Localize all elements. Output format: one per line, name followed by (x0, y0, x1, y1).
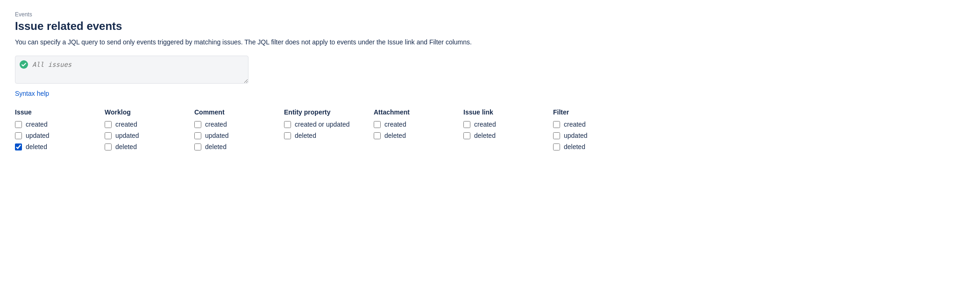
checkbox-label: deleted (474, 132, 496, 139)
event-column-issue-link: Issue linkcreateddeleted (463, 108, 538, 143)
checkbox-item: deleted (463, 132, 538, 139)
checkbox-item: created (463, 121, 538, 128)
checkbox-worklog-created[interactable] (105, 121, 112, 128)
checkbox-item: created (194, 121, 269, 128)
checkbox-item: deleted (105, 143, 179, 150)
checkbox-label: deleted (26, 143, 47, 150)
check-circle-icon (20, 60, 28, 69)
checkbox-issue-link-deleted[interactable] (463, 132, 470, 139)
checkbox-label: deleted (205, 143, 227, 150)
checkbox-label: deleted (115, 143, 137, 150)
checkbox-item: deleted (553, 143, 628, 150)
checkbox-issue-link-created[interactable] (463, 121, 470, 128)
checkbox-label: updated (26, 132, 50, 139)
checkbox-issue-created[interactable] (15, 121, 22, 128)
checkbox-label: deleted (384, 132, 406, 139)
event-column-worklog: Worklogcreatedupdateddeleted (105, 108, 179, 154)
checkbox-item: created or updated (284, 121, 359, 128)
checkbox-label: deleted (295, 132, 316, 139)
checkbox-label: created (474, 121, 496, 128)
column-header-issue-link: Issue link (463, 108, 538, 116)
page-title: Issue related events (15, 20, 965, 33)
checkbox-item: created (15, 121, 90, 128)
event-column-entity-property: Entity propertycreated or updateddeleted (284, 108, 359, 143)
checkbox-label: created (26, 121, 48, 128)
column-header-comment: Comment (194, 108, 269, 116)
checkbox-item: deleted (15, 143, 90, 150)
checkbox-comment-created[interactable] (194, 121, 201, 128)
event-column-comment: Commentcreatedupdateddeleted (194, 108, 269, 154)
column-header-issue: Issue (15, 108, 90, 116)
section-label: Events (15, 11, 965, 18)
checkbox-filter-created[interactable] (553, 121, 560, 128)
checkbox-item: created (105, 121, 179, 128)
checkbox-comment-deleted[interactable] (194, 143, 201, 150)
checkbox-item: deleted (194, 143, 269, 150)
checkbox-item: deleted (374, 132, 448, 139)
checkbox-item: deleted (284, 132, 359, 139)
column-header-attachment: Attachment (374, 108, 448, 116)
checkbox-attachment-deleted[interactable] (374, 132, 381, 139)
checkbox-label: deleted (564, 143, 585, 150)
checkbox-item: updated (105, 132, 179, 139)
syntax-help-link[interactable]: Syntax help (15, 90, 49, 97)
checkbox-issue-updated[interactable] (15, 132, 22, 139)
column-header-entity-property: Entity property (284, 108, 359, 116)
checkbox-item: updated (194, 132, 269, 139)
checkbox-label: updated (205, 132, 229, 139)
checkbox-label: created (384, 121, 406, 128)
checkbox-attachment-created[interactable] (374, 121, 381, 128)
description: You can specify a JQL query to send only… (15, 37, 965, 47)
checkbox-label: created (115, 121, 137, 128)
checkbox-item: updated (553, 132, 628, 139)
events-grid: IssuecreatedupdateddeletedWorklogcreated… (15, 108, 965, 154)
checkbox-filter-deleted[interactable] (553, 143, 560, 150)
checkbox-issue-deleted[interactable] (15, 143, 22, 150)
checkbox-label: created (205, 121, 227, 128)
checkbox-label: updated (564, 132, 588, 139)
event-column-issue: Issuecreatedupdateddeleted (15, 108, 90, 154)
checkbox-item: updated (15, 132, 90, 139)
checkbox-filter-updated[interactable] (553, 132, 560, 139)
column-header-worklog: Worklog (105, 108, 179, 116)
checkbox-label: created (564, 121, 586, 128)
jql-input[interactable] (15, 56, 249, 84)
checkbox-entity-property-created-or-updated[interactable] (284, 121, 291, 128)
checkbox-label: created or updated (295, 121, 350, 128)
svg-point-0 (20, 60, 28, 69)
checkbox-item: created (374, 121, 448, 128)
checkbox-entity-property-deleted[interactable] (284, 132, 291, 139)
jql-input-wrapper (15, 56, 249, 85)
checkbox-worklog-deleted[interactable] (105, 143, 112, 150)
event-column-attachment: Attachmentcreateddeleted (374, 108, 448, 143)
checkbox-worklog-updated[interactable] (105, 132, 112, 139)
checkbox-comment-updated[interactable] (194, 132, 201, 139)
event-column-filter: Filtercreatedupdateddeleted (553, 108, 628, 154)
checkbox-label: updated (115, 132, 139, 139)
checkbox-item: created (553, 121, 628, 128)
column-header-filter: Filter (553, 108, 628, 116)
